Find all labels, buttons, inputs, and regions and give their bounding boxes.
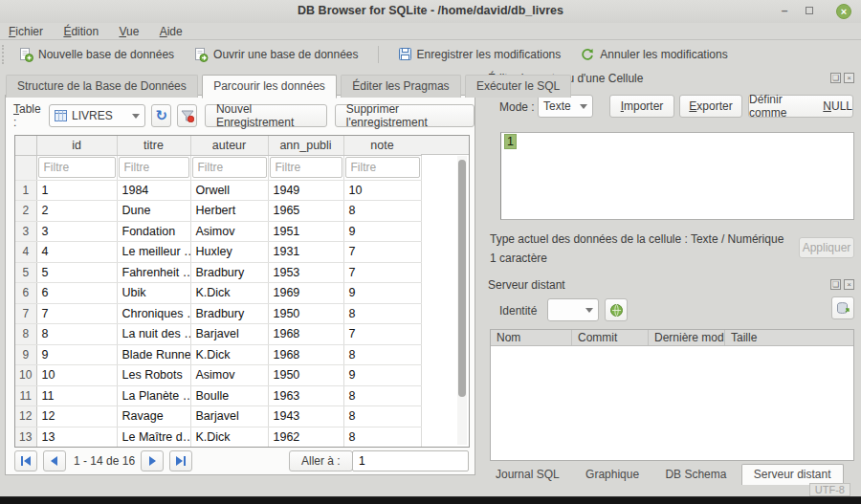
menu-edition[interactable]: Édition [55,23,107,40]
filter-input-note[interactable] [345,157,420,178]
grid-cell[interactable]: 1951 [268,221,343,242]
grid-cell[interactable]: K.Dick [190,283,268,304]
encoding-selector[interactable]: UTF-8 [809,483,850,496]
grid-cell[interactable]: 1943 [268,406,343,427]
next-page-button[interactable] [141,450,164,471]
grid-cell[interactable]: Dune [117,201,190,222]
column-header-note[interactable]: note [343,136,421,155]
column-header-ann-publi[interactable]: ann_publi [268,136,343,155]
push-database-button[interactable] [831,296,854,319]
grid-cell[interactable]: La Planète … [117,385,190,406]
grid-cell[interactable]: 1949 [268,180,343,201]
apply-button[interactable]: Appliquer [799,237,854,258]
grid-cell[interactable]: La nuit des … [117,324,190,345]
row-number[interactable]: 8 [15,324,36,345]
row-number[interactable]: 9 [15,344,36,365]
grid-cell[interactable]: 3 [36,221,117,242]
grid-cell[interactable]: 5 [36,262,117,283]
grid-vertical-scrollbar[interactable] [457,156,467,445]
grid-cell[interactable]: 1953 [268,262,343,283]
grid-cell[interactable]: 6 [36,283,117,304]
remote-file-table[interactable]: Nom Commit Dernière modific Taille [490,329,854,461]
grid-cell[interactable]: 10 [343,180,421,201]
float-dock-icon[interactable]: ❏ [830,73,841,83]
column-header-titre[interactable]: titre [117,136,190,155]
grid-cell[interactable]: 8 [343,201,421,222]
grid-cell[interactable]: Le meilleur … [117,242,190,263]
refresh-button[interactable]: ↻ [151,104,171,127]
grid-cell[interactable]: 10 [36,365,117,386]
grid-cell[interactable]: Herbert [190,201,268,222]
tab-graphique[interactable]: Graphique [574,465,651,485]
set-null-button[interactable]: Définir comme NULL [748,95,853,118]
row-number[interactable]: 12 [15,406,36,427]
clear-filters-button[interactable] [177,104,197,127]
grid-cell[interactable]: 1968 [268,324,343,345]
grid-cell[interactable]: 8 [343,406,421,427]
grid-cell[interactable]: Les Robots [117,365,190,386]
export-button[interactable]: Exporter [679,95,742,118]
grid-cell[interactable]: 11 [36,385,117,406]
grid-cell[interactable]: Orwell [190,180,268,201]
grid-cell[interactable]: Fahrenheit … [117,262,190,283]
table-select[interactable]: LIVRES [49,104,145,127]
row-number[interactable]: 6 [15,283,36,304]
grid-cell[interactable]: 7 [343,324,421,345]
row-number[interactable]: 7 [15,303,36,324]
grid-cell[interactable]: 13 [36,427,117,448]
grid-cell[interactable]: Blade Runner [117,344,190,365]
row-number[interactable]: 4 [15,242,36,263]
grid-cell[interactable]: 7 [343,262,421,283]
grid-cell[interactable]: 7 [36,303,117,324]
goto-input[interactable] [352,450,469,471]
grid-cell[interactable]: Barjavel [190,324,268,345]
grid-cell[interactable]: 8 [36,324,117,345]
filter-input-auteur[interactable] [192,157,267,178]
row-number[interactable]: 11 [15,385,36,406]
tab-structure[interactable]: Structure de la Base de Données [6,75,198,98]
new-database-button[interactable]: Nouvelle base de données [11,44,182,65]
goto-button[interactable]: Aller à : [289,450,353,471]
grid-cell[interactable]: 9 [343,221,421,242]
column-header-id[interactable]: id [36,136,117,155]
row-number[interactable]: 5 [15,262,36,283]
grid-cell[interactable]: 8 [343,427,421,448]
grid-cell[interactable]: 1984 [117,180,190,201]
grid-cell[interactable]: 7 [343,242,421,263]
grid-cell[interactable]: 1962 [268,427,343,448]
tab-db-schema[interactable]: DB Schema [653,465,738,485]
row-number[interactable]: 10 [15,365,36,386]
previous-page-button[interactable] [43,450,66,471]
menu-vue[interactable]: Vue [110,23,147,40]
filter-input-ann-publi[interactable] [270,157,342,178]
remote-column-commit[interactable]: Commit [572,330,649,345]
toolbar-handle[interactable] [2,45,7,64]
tab-browse-data[interactable]: Parcourir les données [202,75,337,99]
filter-input-id[interactable] [38,157,116,178]
new-record-button[interactable]: Nouvel Enregistrement [205,104,327,127]
grid-cell[interactable]: 8 [343,385,421,406]
grid-cell[interactable]: K.Dick [190,344,268,365]
scrollbar-thumb[interactable] [458,160,466,397]
grid-cell[interactable]: Chroniques … [117,303,190,324]
grid-cell[interactable]: 1968 [268,344,343,365]
grid-cell[interactable]: Asimov [190,221,268,242]
first-page-button[interactable] [14,450,37,471]
save-changes-button[interactable]: Enregistrer les modifications [390,44,569,64]
grid-cell[interactable]: 12 [36,406,117,427]
grid-cell[interactable]: Fondation [117,221,190,242]
maximize-button[interactable] [802,4,817,19]
mode-select[interactable]: Texte [538,95,593,118]
grid-cell[interactable]: 1965 [268,201,343,222]
reload-remote-button[interactable] [605,298,628,321]
tab-edit-pragmas[interactable]: Éditer les Pragmas [341,75,460,98]
grid-cell[interactable]: 1 [36,180,117,201]
tab-journal-sql[interactable]: Journal SQL [484,465,571,485]
remote-column-taille[interactable]: Taille [725,330,853,345]
close-dock-icon[interactable]: × [844,279,854,290]
grid-cell[interactable]: Le Maître d… [117,427,190,448]
grid-cell[interactable]: 8 [343,303,421,324]
grid-cell[interactable]: Ubik [117,283,190,304]
close-dock-icon[interactable]: × [844,73,854,83]
filter-input-titre[interactable] [119,157,189,178]
